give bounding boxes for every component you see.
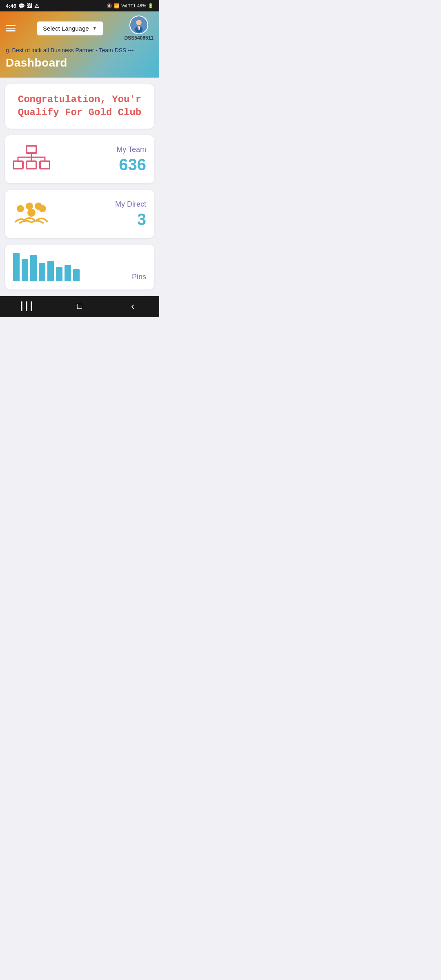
my-team-info: My Team 636	[116, 145, 146, 173]
recents-icon: ┃┃┃	[19, 301, 34, 311]
page-title: Dashboard	[6, 56, 154, 69]
svg-point-18	[27, 209, 36, 217]
pins-card-inner: Pins	[13, 253, 146, 281]
org-chart-icon	[13, 145, 50, 174]
my-direct-info: My Direct 3	[115, 200, 146, 227]
svg-point-14	[17, 205, 24, 212]
pins-label: Pins	[132, 273, 146, 281]
battery-text: 48%	[137, 3, 146, 8]
bar-6	[56, 267, 62, 281]
gallery-icon: 🖼	[27, 3, 32, 9]
status-left: 4:46 💬 🖼 ⚠	[6, 3, 39, 9]
pins-bars	[13, 253, 80, 281]
svg-rect-5	[27, 146, 36, 153]
my-direct-value: 3	[115, 211, 146, 227]
my-team-card[interactable]: My Team 636	[5, 135, 154, 183]
status-time: 4:46	[6, 3, 16, 9]
status-bar: 4:46 💬 🖼 ⚠ 🔇 📶 VoLTE1 48% 🔋	[0, 0, 159, 11]
back-icon: ‹	[131, 301, 134, 312]
ticker-wrap: g. Best of luck all Business Partner - T…	[6, 47, 154, 54]
bar-7	[65, 265, 71, 281]
pins-card[interactable]: Pins	[5, 245, 154, 290]
svg-rect-13	[40, 161, 50, 169]
svg-rect-12	[27, 161, 36, 169]
people-group-icon	[13, 200, 50, 228]
language-select-label: Select Language	[43, 25, 89, 32]
back-button[interactable]: ‹	[122, 300, 143, 313]
mute-icon: 🔇	[107, 3, 112, 9]
recents-button[interactable]: ┃┃┃	[16, 300, 37, 313]
header: Select Language ▼ DSS5406511	[0, 11, 159, 78]
user-area[interactable]: DSS5406511	[125, 16, 154, 41]
wifi-icon: 📶	[114, 3, 120, 9]
home-button[interactable]: □	[69, 300, 90, 313]
ticker-text: g. Best of luck all Business Partner - T…	[6, 47, 134, 53]
bar-3	[30, 255, 37, 281]
my-direct-card[interactable]: My Direct 3	[5, 190, 154, 238]
congratulations-text: Congratulation, You'r Qualify For Gold C…	[13, 93, 146, 120]
my-team-value: 636	[116, 156, 146, 173]
language-select-dropdown[interactable]: Select Language ▼	[37, 21, 103, 36]
svg-point-17	[39, 205, 46, 212]
congratulations-card: Congratulation, You'r Qualify For Gold C…	[5, 84, 154, 129]
main-content: Congratulation, You'r Qualify For Gold C…	[0, 78, 159, 296]
bar-5	[47, 261, 54, 281]
bar-2	[22, 259, 28, 281]
my-direct-label: My Direct	[115, 200, 146, 209]
username-label: DSS5406511	[125, 35, 154, 41]
signal-text: VoLTE1	[121, 4, 136, 8]
status-right: 🔇 📶 VoLTE1 48% 🔋	[107, 3, 154, 9]
bar-4	[39, 263, 45, 281]
svg-point-1	[136, 20, 142, 25]
hamburger-button[interactable]	[6, 25, 16, 31]
header-top: Select Language ▼ DSS5406511	[6, 16, 154, 41]
chevron-down-icon: ▼	[92, 25, 97, 31]
bar-1	[13, 253, 20, 281]
home-icon: □	[77, 301, 82, 311]
my-team-label: My Team	[116, 145, 146, 154]
battery-icon: 🔋	[148, 3, 154, 9]
bubble-icon: 💬	[18, 3, 25, 9]
warning-icon: ⚠	[34, 3, 39, 9]
bottom-nav: ┃┃┃ □ ‹	[0, 296, 159, 317]
svg-rect-11	[13, 161, 23, 169]
avatar	[129, 16, 148, 34]
bar-8	[73, 269, 80, 281]
